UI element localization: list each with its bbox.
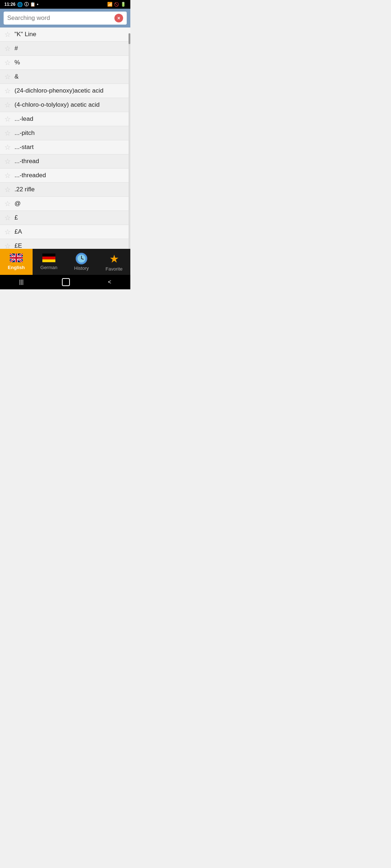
word-label: ...-start <box>14 144 34 151</box>
dot-indicator: • <box>37 2 38 7</box>
english-flag-icon <box>10 254 23 264</box>
info-icon: ⓘ <box>24 1 29 8</box>
search-bar-container: × <box>0 9 130 27</box>
word-label: £A <box>14 228 22 235</box>
status-right-icons: 📶 🚫 🔋 <box>107 2 126 7</box>
list-item[interactable]: ☆# <box>0 42 130 56</box>
status-time-group: 11:26 🌐 ⓘ 📋 • <box>4 1 38 8</box>
tab-favorite[interactable]: ★ Favorite <box>98 249 130 275</box>
word-label: ...-lead <box>14 115 33 123</box>
list-item[interactable]: ☆£A <box>0 225 130 239</box>
word-label: ...-thread <box>14 158 39 165</box>
star-icon[interactable]: ☆ <box>4 115 11 123</box>
word-label: % <box>14 59 20 66</box>
star-icon[interactable]: ☆ <box>4 59 11 66</box>
favorite-label: Favorite <box>106 266 123 272</box>
system-nav-bar: ||| < <box>0 275 130 289</box>
scroll-thumb <box>129 33 130 44</box>
time-display: 11:26 <box>4 2 16 7</box>
star-icon[interactable]: ☆ <box>4 172 11 179</box>
list-item[interactable]: ☆@ <box>0 197 130 211</box>
list-item[interactable]: ☆.22 rifle <box>0 183 130 197</box>
word-label: # <box>14 45 18 52</box>
word-label: ...-pitch <box>14 129 35 137</box>
favorite-star-icon: ★ <box>109 252 119 265</box>
german-label: German <box>41 265 58 270</box>
bottom-nav: English German History ★ Favorite <box>0 249 130 275</box>
list-item[interactable]: ☆£E <box>0 239 130 249</box>
svg-rect-3 <box>42 259 55 262</box>
globe-icon: 🌐 <box>17 2 23 7</box>
scroll-track <box>129 33 130 249</box>
clock-icon <box>76 253 87 264</box>
home-button[interactable] <box>62 278 70 286</box>
word-label: "K" Line <box>14 31 36 38</box>
list-item[interactable]: ☆...-threaded <box>0 169 130 183</box>
german-flag-icon <box>42 254 55 264</box>
star-icon[interactable]: ☆ <box>4 45 11 52</box>
svg-rect-2 <box>42 256 55 259</box>
history-label: History <box>74 265 89 271</box>
star-icon[interactable]: ☆ <box>4 87 11 94</box>
star-icon[interactable]: ☆ <box>4 129 11 137</box>
clipboard-icon: 📋 <box>30 2 35 7</box>
list-item[interactable]: ☆% <box>0 56 130 70</box>
star-icon[interactable]: ☆ <box>4 186 11 193</box>
list-item[interactable]: ☆"K" Line <box>0 27 130 42</box>
tab-history[interactable]: History <box>65 249 98 275</box>
list-item[interactable]: ☆...-lead <box>0 112 130 126</box>
word-label: .22 rifle <box>14 186 35 193</box>
clear-button[interactable]: × <box>114 14 123 22</box>
star-icon[interactable]: ☆ <box>4 214 11 221</box>
star-icon[interactable]: ☆ <box>4 31 11 38</box>
word-label: £ <box>14 214 18 221</box>
svg-rect-1 <box>42 254 55 256</box>
english-label: English <box>8 265 25 270</box>
list-item[interactable]: ☆...-start <box>0 140 130 154</box>
word-label: & <box>14 73 18 80</box>
list-item[interactable]: ☆£ <box>0 211 130 225</box>
no-signal-icon: 🚫 <box>114 2 119 7</box>
star-icon[interactable]: ☆ <box>4 200 11 207</box>
battery-icon: 🔋 <box>121 2 126 7</box>
word-label: ...-threaded <box>14 172 46 179</box>
back-button[interactable]: < <box>108 279 111 285</box>
list-item[interactable]: ☆(24-dichloro-phenoxy)acetic acid <box>0 84 130 98</box>
star-icon[interactable]: ☆ <box>4 158 11 165</box>
star-icon[interactable]: ☆ <box>4 144 11 151</box>
star-icon[interactable]: ☆ <box>4 73 11 80</box>
wifi-icon: 📶 <box>107 2 113 7</box>
word-label: (24-dichloro-phenoxy)acetic acid <box>14 87 104 94</box>
word-label: £E <box>14 242 22 249</box>
word-label: @ <box>14 200 21 207</box>
clear-icon: × <box>117 16 120 21</box>
search-input-wrapper[interactable]: × <box>4 12 127 25</box>
tab-german[interactable]: German <box>33 249 65 275</box>
status-bar: 11:26 🌐 ⓘ 📋 • 📶 🚫 🔋 <box>0 0 130 9</box>
list-item[interactable]: ☆...-thread <box>0 154 130 169</box>
search-input[interactable] <box>7 14 112 22</box>
list-item[interactable]: ☆& <box>0 70 130 84</box>
word-list[interactable]: ☆"K" Line☆#☆%☆&☆(24-dichloro-phenoxy)ace… <box>0 27 130 249</box>
tab-english[interactable]: English <box>0 249 33 275</box>
list-item[interactable]: ☆...-pitch <box>0 126 130 140</box>
star-icon[interactable]: ☆ <box>4 101 11 109</box>
word-label: (4-chloro-o-tolyloxy) acetic acid <box>14 101 100 109</box>
star-icon[interactable]: ☆ <box>4 228 11 235</box>
list-item[interactable]: ☆(4-chloro-o-tolyloxy) acetic acid <box>0 98 130 112</box>
star-icon[interactable]: ☆ <box>4 242 11 249</box>
menu-button[interactable]: ||| <box>19 279 24 285</box>
